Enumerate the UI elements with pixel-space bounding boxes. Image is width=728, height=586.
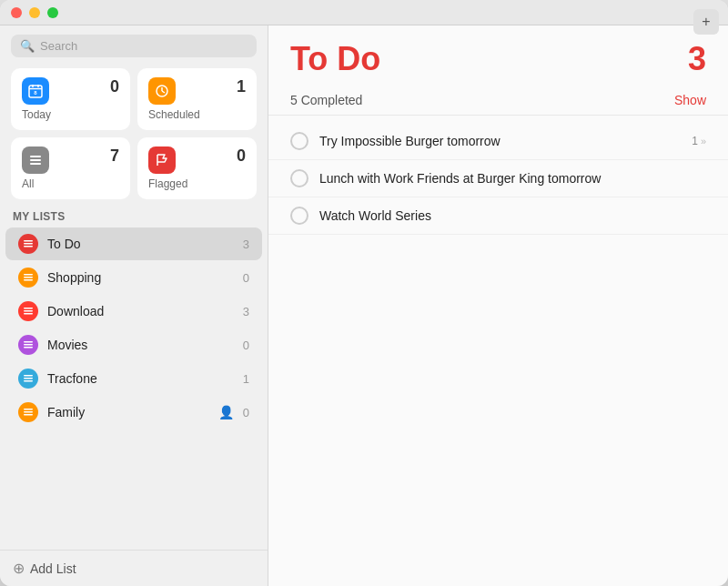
scheduled-label: Scheduled <box>148 108 246 121</box>
svg-rect-18 <box>24 310 33 312</box>
completed-row: 5 Completed Show <box>268 86 728 116</box>
svg-rect-28 <box>24 414 33 416</box>
shared-person-icon: 👤 <box>218 405 234 419</box>
shopping-list-name: Shopping <box>47 270 234 285</box>
smart-card-all[interactable]: 7 All <box>11 137 130 199</box>
svg-rect-20 <box>24 341 33 343</box>
search-placeholder: Search <box>40 39 77 53</box>
add-list-plus-icon: ⊕ <box>13 560 25 577</box>
titlebar <box>0 0 728 25</box>
svg-rect-25 <box>24 380 33 382</box>
tracfone-list-count: 1 <box>243 372 249 386</box>
scheduled-count: 1 <box>237 77 246 96</box>
scheduled-icon <box>148 77 176 105</box>
list-item-shopping[interactable]: Shopping 0 <box>5 261 262 294</box>
svg-rect-21 <box>24 344 33 346</box>
list-item-movies[interactable]: Movies 0 <box>5 328 262 361</box>
smart-card-flagged[interactable]: 0 Flagged <box>137 137 257 199</box>
task-badge-1: 1 » <box>692 135 706 147</box>
family-list-count: 0 <box>243 406 249 419</box>
lists-container: To Do 3 Shopping 0 <box>0 227 268 550</box>
all-icon <box>22 146 49 174</box>
svg-rect-22 <box>24 347 33 349</box>
list-item-download[interactable]: Download 3 <box>5 295 262 328</box>
main-title: To Do <box>290 40 380 78</box>
tracfone-list-name: Tracfone <box>47 371 234 386</box>
show-completed-button[interactable]: Show <box>674 93 706 107</box>
task-item-2[interactable]: Lunch with Work Friends at Burger King t… <box>268 160 728 197</box>
smart-card-scheduled[interactable]: 1 Scheduled <box>137 68 257 130</box>
task-checkbox-3[interactable] <box>290 207 308 225</box>
family-icon <box>18 402 38 422</box>
add-list-button[interactable]: ⊕ Add List <box>0 550 268 586</box>
all-count: 7 <box>110 146 119 166</box>
add-reminder-button[interactable]: + <box>693 9 719 35</box>
list-item-todo[interactable]: To Do 3 <box>5 227 262 260</box>
today-icon: 8 <box>22 77 49 105</box>
chevron-right-icon-1: » <box>701 136 706 146</box>
minimize-button[interactable] <box>29 7 40 18</box>
shopping-list-count: 0 <box>243 271 249 285</box>
svg-rect-10 <box>30 163 41 165</box>
svg-rect-24 <box>24 378 33 379</box>
main-content: To Do 3 5 Completed Show Try Impossible … <box>268 25 728 586</box>
task-item-3[interactable]: Watch World Series <box>268 197 728 235</box>
flagged-count: 0 <box>237 146 246 166</box>
download-list-count: 3 <box>243 305 249 318</box>
flagged-icon <box>148 146 176 174</box>
task-checkbox-2[interactable] <box>290 169 308 187</box>
svg-rect-11 <box>24 240 33 242</box>
movies-icon <box>18 335 38 355</box>
download-icon <box>18 301 38 321</box>
today-count: 0 <box>110 77 119 96</box>
maximize-button[interactable] <box>47 7 58 18</box>
svg-line-7 <box>162 91 165 93</box>
add-list-label: Add List <box>30 561 76 576</box>
svg-rect-15 <box>24 277 33 278</box>
all-label: All <box>22 177 119 190</box>
sidebar: 🔍 Search 8 <box>0 25 268 586</box>
tasks-list: Try Impossible Burger tomorrow 1 » Lunch… <box>268 116 728 586</box>
main-count: 3 <box>688 40 706 78</box>
svg-rect-14 <box>24 274 33 276</box>
svg-rect-12 <box>24 243 33 245</box>
task-text-2: Lunch with Work Friends at Burger King t… <box>319 171 706 186</box>
svg-rect-17 <box>24 308 33 309</box>
svg-rect-9 <box>30 159 41 161</box>
tracfone-icon <box>18 369 38 389</box>
task-text-1: Try Impossible Burger tomorrow <box>319 134 681 148</box>
close-button[interactable] <box>11 7 22 18</box>
task-text-3: Watch World Series <box>319 208 706 223</box>
svg-rect-26 <box>24 409 33 410</box>
movies-list-name: Movies <box>47 338 234 352</box>
task-item-1[interactable]: Try Impossible Burger tomorrow 1 » <box>268 123 728 160</box>
svg-rect-16 <box>24 279 33 281</box>
app-window: + 🔍 Search <box>0 0 728 586</box>
svg-rect-13 <box>24 246 33 248</box>
family-list-name: Family <box>47 405 209 419</box>
smart-cards-grid: 8 0 Today <box>0 65 268 207</box>
svg-rect-19 <box>24 313 33 315</box>
content-area: 🔍 Search 8 <box>0 25 728 586</box>
svg-rect-27 <box>24 411 33 413</box>
flagged-label: Flagged <box>148 177 246 190</box>
download-list-name: Download <box>47 304 234 318</box>
today-label: Today <box>22 108 119 121</box>
movies-list-count: 0 <box>243 338 249 352</box>
search-icon: 🔍 <box>20 39 35 53</box>
svg-rect-23 <box>24 375 33 377</box>
search-bar[interactable]: 🔍 Search <box>11 35 257 57</box>
main-header: To Do 3 <box>268 25 728 86</box>
shopping-icon <box>18 268 38 288</box>
todo-list-count: 3 <box>243 237 249 251</box>
todo-list-name: To Do <box>47 237 234 251</box>
todo-icon <box>18 234 38 254</box>
list-item-tracfone[interactable]: Tracfone 1 <box>5 362 262 395</box>
my-lists-heading: My Lists <box>0 207 268 227</box>
smart-card-today[interactable]: 8 0 Today <box>11 68 130 130</box>
task-checkbox-1[interactable] <box>290 132 308 150</box>
svg-text:8: 8 <box>34 90 37 96</box>
svg-rect-8 <box>30 156 41 157</box>
completed-label: 5 Completed <box>290 93 362 107</box>
list-item-family[interactable]: Family 👤 0 <box>5 396 262 429</box>
